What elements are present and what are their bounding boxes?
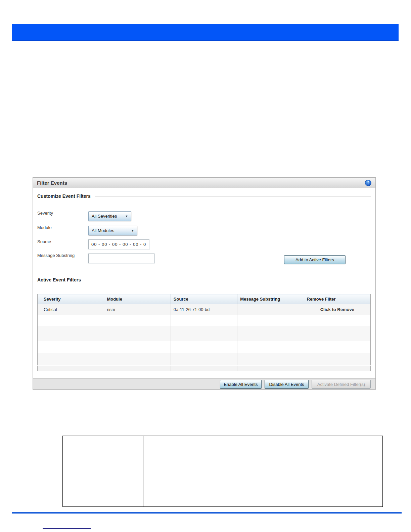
table-cell [171,353,237,366]
table-cell [304,366,370,371]
column-header-module: Module [104,294,171,304]
top-banner [12,24,399,41]
table-row-empty [38,326,371,341]
table-header-row: Severity Module Source Message Substring… [38,294,371,304]
table-cell [304,315,370,326]
panel-footer: Enable All Events Disable All Events Act… [33,378,375,389]
table-cell [304,341,370,353]
click-to-remove-link[interactable]: Click to Remove [304,304,370,315]
module-dropdown-value: All Modules [89,226,128,235]
table-cell [237,315,304,326]
message-substring-label: Message Substring [37,253,75,258]
panel-title: Filter Events [37,180,365,186]
footer-rule [12,512,402,514]
table-cell [237,366,304,371]
filter-events-panel: Filter Events ? Customize Event Filters … [33,177,376,390]
table-cell [237,326,304,341]
table-row-empty [38,315,371,326]
module-dropdown[interactable]: All Modules ▼ [88,226,137,235]
module-label: Module [37,225,52,230]
cell-severity: Critical [38,304,104,315]
chevron-down-icon[interactable]: ▼ [128,226,137,235]
column-header-remove-filter: Remove Filter [304,294,370,304]
table-cell [38,353,104,366]
table-cell [104,366,171,371]
panel-header: Filter Events ? [33,178,375,188]
table-cell [237,341,304,353]
table-row-empty [38,353,371,366]
table-row-empty [38,366,371,371]
table-cell [104,353,171,366]
help-icon[interactable]: ? [365,180,371,186]
reference-table-term-cell [63,436,143,506]
footer-link-underline [43,528,91,529]
customize-event-filters-heading: Customize Event Filters [37,193,371,199]
message-substring-input[interactable] [88,254,154,263]
severity-dropdown[interactable]: All Severities ▼ [88,211,131,221]
table-cell [104,315,171,326]
table-cell [38,326,104,341]
table-cell [38,315,104,326]
reference-table [62,436,383,507]
source-input[interactable] [88,239,149,249]
table-row: Critical nsm 0a-11-26-71-00-bd Click to … [38,304,371,315]
active-event-filters-heading: Active Event Filters [37,277,371,282]
cell-message-substring [237,304,304,315]
table-row-empty [38,341,371,353]
table-cell [171,315,237,326]
table-cell [104,341,171,353]
table-cell [237,353,304,366]
cell-source: 0a-11-26-71-00-bd [171,304,237,315]
table-cell [304,353,370,366]
column-header-source: Source [171,294,237,304]
add-to-active-filters-button[interactable]: Add to Active Filters [284,255,346,264]
table-cell [171,326,237,341]
disable-all-events-button[interactable]: Disable All Events [265,380,309,389]
severity-dropdown-value: All Severities [89,212,122,221]
section-title: Active Event Filters [37,277,81,282]
heading-rule [85,280,371,280]
table-cell [171,366,237,371]
column-header-message-substring: Message Substring [237,294,304,304]
table-cell [171,341,237,353]
activate-defined-filters-button[interactable]: Activate Defined Filter(s) [312,380,371,389]
severity-label: Severity [37,211,53,216]
column-header-severity: Severity [38,294,104,304]
table-cell [104,326,171,341]
reference-table-description-cell [143,436,382,506]
table-cell [38,341,104,353]
cell-module: nsm [104,304,171,315]
enable-all-events-button[interactable]: Enable All Events [220,380,262,389]
active-filters-table: Severity Module Source Message Substring… [37,294,371,371]
table-cell [304,326,370,341]
source-label: Source [37,239,51,244]
table-cell [38,366,104,371]
section-title: Customize Event Filters [37,193,91,199]
chevron-down-icon[interactable]: ▼ [122,212,131,221]
heading-rule [95,196,371,196]
